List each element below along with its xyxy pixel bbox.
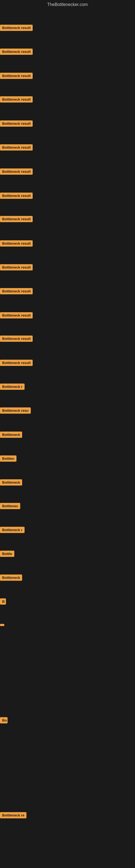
bottleneck-badge-24: Bottleneck: [0, 575, 22, 581]
bottleneck-badge-5: Bottleneck result: [0, 120, 33, 127]
bottleneck-item-12[interactable]: Bottleneck result: [0, 288, 33, 296]
bottleneck-item-25[interactable]: B: [0, 598, 6, 606]
bottleneck-badge-20: Bottleneck: [0, 479, 22, 486]
bottleneck-item-11[interactable]: Bottleneck result: [0, 264, 33, 272]
bottleneck-badge-15: Bottleneck result: [0, 360, 33, 366]
bottleneck-item-19[interactable]: Bottlen: [0, 456, 16, 463]
bottleneck-item-18[interactable]: Bottleneck: [0, 432, 22, 439]
bottleneck-item-20[interactable]: Bottleneck: [0, 479, 22, 487]
site-title: TheBottlenecker.com: [0, 0, 135, 9]
bottleneck-item-26[interactable]: [0, 622, 4, 627]
bottleneck-item-2[interactable]: Bottleneck result: [0, 49, 33, 56]
bottleneck-item-8[interactable]: Bottleneck result: [0, 193, 33, 200]
bottleneck-item-5[interactable]: Bottleneck result: [0, 120, 33, 128]
bottleneck-item-16[interactable]: Bottleneck r: [0, 383, 25, 391]
bottleneck-item-22[interactable]: Bottleneck r: [0, 527, 25, 534]
bottleneck-badge-21: Bottlenec: [0, 503, 20, 509]
bottleneck-badge-8: Bottleneck result: [0, 193, 33, 199]
bottleneck-badge-22: Bottleneck r: [0, 527, 25, 533]
bottleneck-item-24[interactable]: Bottleneck: [0, 575, 22, 582]
bottleneck-badge-2: Bottleneck result: [0, 49, 33, 55]
bottleneck-badge-10: Bottleneck result: [0, 240, 33, 247]
bottleneck-badge-28: Bottleneck re: [0, 812, 27, 818]
bottleneck-item-27[interactable]: Bo: [0, 717, 8, 724]
bottleneck-badge-6: Bottleneck result: [0, 144, 33, 151]
bottleneck-badge-17: Bottleneck resu: [0, 407, 31, 414]
bottleneck-item-7[interactable]: Bottleneck result: [0, 168, 33, 176]
bottleneck-badge-14: Bottleneck result: [0, 336, 33, 342]
bottleneck-item-23[interactable]: Bottle: [0, 551, 14, 558]
bottleneck-badge-12: Bottleneck result: [0, 288, 33, 294]
bottleneck-item-4[interactable]: Bottleneck result: [0, 96, 33, 104]
bottleneck-item-3[interactable]: Bottleneck result: [0, 73, 33, 80]
bottleneck-badge-4: Bottleneck result: [0, 96, 33, 102]
bottleneck-item-14[interactable]: Bottleneck result: [0, 336, 33, 343]
bottleneck-item-15[interactable]: Bottleneck result: [0, 360, 33, 367]
bottleneck-badge-27: Bo: [0, 717, 8, 723]
bottleneck-item-1[interactable]: Bottleneck result: [0, 25, 33, 32]
bottleneck-badge-23: Bottle: [0, 551, 14, 557]
bottleneck-item-10[interactable]: Bottleneck result: [0, 240, 33, 248]
bottleneck-item-17[interactable]: Bottleneck resu: [0, 407, 31, 415]
bottleneck-badge-19: Bottlen: [0, 456, 16, 462]
bottleneck-badge-9: Bottleneck result: [0, 216, 33, 222]
bottleneck-badge-18: Bottleneck: [0, 432, 22, 438]
bottleneck-badge-13: Bottleneck result: [0, 312, 33, 318]
bottleneck-item-13[interactable]: Bottleneck result: [0, 312, 33, 319]
bottleneck-item-28[interactable]: Bottleneck re: [0, 812, 27, 819]
bottleneck-item-9[interactable]: Bottleneck result: [0, 216, 33, 223]
bottleneck-badge-3: Bottleneck result: [0, 73, 33, 79]
bottleneck-item-21[interactable]: Bottlenec: [0, 503, 20, 510]
bottleneck-badge-11: Bottleneck result: [0, 264, 33, 271]
bottleneck-badge-7: Bottleneck result: [0, 168, 33, 175]
bottleneck-badge-25: B: [0, 598, 6, 604]
bottleneck-badge-26: [0, 624, 4, 626]
bottleneck-badge-1: Bottleneck result: [0, 25, 33, 31]
bottleneck-item-6[interactable]: Bottleneck result: [0, 144, 33, 152]
bottleneck-badge-16: Bottleneck r: [0, 383, 25, 390]
